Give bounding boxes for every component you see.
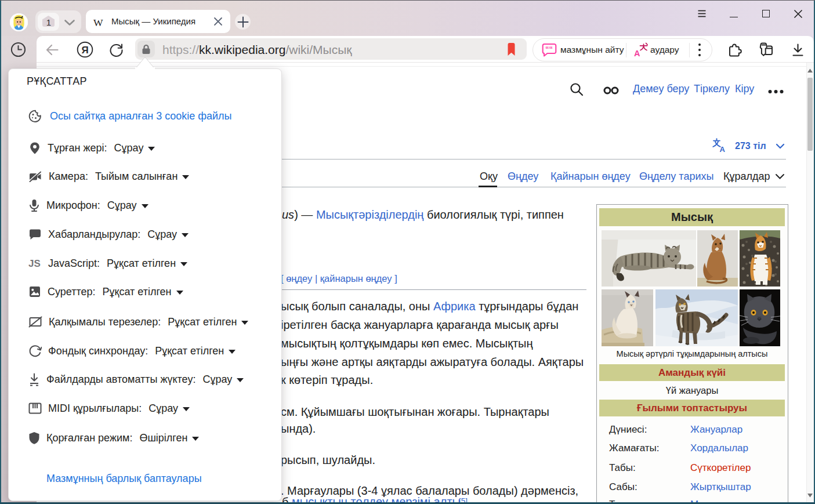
svg-text:“: “ xyxy=(549,45,553,53)
svg-text:A: A xyxy=(720,145,726,153)
svg-text:Я: Я xyxy=(82,45,89,56)
svg-text:1: 1 xyxy=(46,17,51,27)
svg-text:JS: JS xyxy=(28,258,41,269)
svg-text:A: A xyxy=(634,49,640,57)
